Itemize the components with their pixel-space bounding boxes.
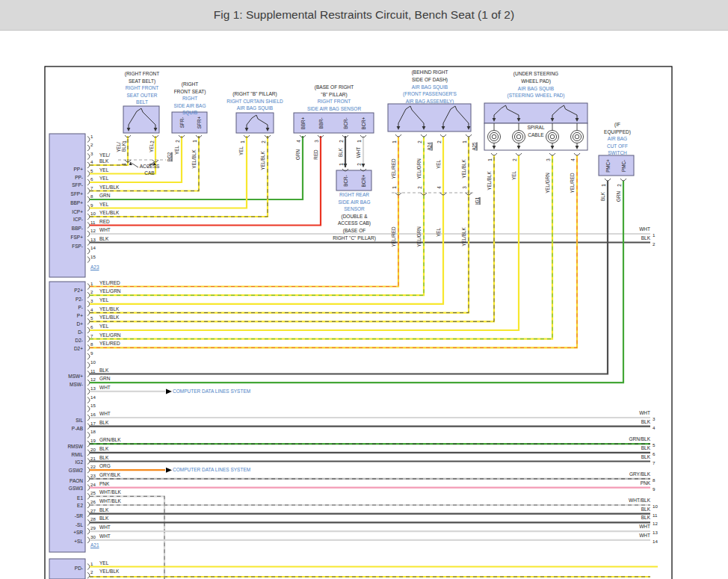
terminal-label: FSP- [49,244,83,250]
terminal-label: MSW+ [49,374,83,380]
connector-link[interactable]: A23 [90,264,99,270]
terminal-label: MSW- [49,382,83,388]
vertical-label: 3 [314,140,319,143]
right-side-air-bag-squib-caption: (RIGHT [182,81,198,87]
pin-cavity [87,162,90,168]
pin-cavity [87,467,90,473]
pin-cavity [87,511,90,517]
arrow-down-icon [344,164,348,167]
pin-number: 25 [90,490,96,496]
connector-link[interactable]: A25 [472,142,477,150]
steering-air-bag-squib [484,103,587,123]
pin-cavity [466,134,472,137]
wire-color-label: BLK [590,507,650,513]
right-curtain-shield-air-bag-squib-caption: (RIGHT "B" PILLAR) [232,91,277,97]
terminal-label: SFP+ [49,191,83,197]
terminal-label: -SL [49,522,83,528]
passenger-air-bag-squib-caption: AIR BAG ASSEMBLY) [406,99,454,105]
connector-link[interactable]: A21 [90,542,99,548]
pin-cavity [87,188,90,194]
vertical-label: 1 [601,184,606,187]
terminal-label: E1 [49,495,83,501]
pin-cavity [87,344,90,350]
pin-cavity [549,153,555,155]
wire-color-label: YEL/GRN [99,288,121,294]
steering-air-bag-squib-caption: (STEERING WHEEL PAD) [508,93,565,99]
vertical-label: YEL/BLK [461,227,466,247]
wire-color-label: YEL/BLK [99,569,119,575]
wire-color-label: WHT [99,524,111,530]
pin-cavity [87,371,90,377]
vertical-label: 2 [149,163,154,166]
wire-color-label: PNK [99,481,109,487]
pin-number: 2 [90,289,93,295]
vertical-label: YEL/BLK [260,151,265,170]
pin-number: 6 [90,176,93,182]
pin-number: 22 [90,464,96,470]
vertical-label: 1 [192,140,197,143]
pin-cavity [421,134,427,137]
terminal-label: P+ [49,313,83,319]
terminal-label: RMSW [49,444,83,450]
pin-number: 5 [653,442,655,448]
right-front-seat-outer-belt-caption: RIGHT FRONT [126,85,158,91]
terminal-label: P2+ [49,288,83,294]
pin-cavity [87,564,90,570]
wire-color-label: YEL/BLK [99,210,119,216]
connector-link[interactable]: A24 [427,142,432,150]
wire-color-label: BLK [99,507,108,513]
wire-color-label: GRN/BLK [99,437,121,443]
pin-cavity [87,248,90,254]
pin-cavity [87,380,90,386]
connector-link[interactable]: IG1 [475,197,480,205]
air-bag-cut-off-switch [599,155,634,176]
pin-cavity [574,153,580,155]
vertical-label: 1 [462,140,467,143]
wire-color-label: BLK [590,235,650,241]
wire-yel_blk [90,155,494,321]
pin-cavity [87,424,90,430]
terminal-label: P- [49,305,83,311]
terminal-label: P-AB [49,426,83,432]
pin-number: 14 [90,394,96,400]
vertical-label: 3 [462,186,467,189]
passenger-air-bag-squib-caption: (BEHIND RIGHT [412,69,448,75]
terminal-label: BCR+ [361,117,366,129]
data-lines-arrow-icon [166,388,172,394]
vertical-label: YEL/RED [391,227,396,247]
pin-cavity [87,441,90,447]
vertical-label: 1 [121,163,126,166]
pin-cavity [87,450,90,456]
vertical-label: BLK [600,192,605,201]
pin-number: 10 [90,359,96,365]
right-side-air-bag-squib-caption: SQUIB [182,110,197,116]
wire-color-label: YEL/BLK [99,185,119,191]
wiring-diagram-page: Fig 1: Supplemental Restraints Circuit, … [0,0,728,579]
terminal-label: E2 [49,503,83,509]
vertical-label: 2 [417,140,422,143]
pin-number: 19 [90,438,96,444]
pin-number: 11 [653,513,657,518]
pin-number: 7 [90,185,93,191]
vertical-label: 1 [487,158,493,161]
pin-number: 26 [90,499,96,505]
right-rear-side-air-bag-sensor-caption: (DOUBLE & [341,214,367,220]
connector-link[interactable]: BG2 [167,152,172,162]
pin-number: 2 [653,241,655,247]
pin-number: 5 [90,315,93,321]
vertical-label: YEL/ [116,142,121,152]
wire-color-label: WHT [99,227,111,233]
terminal-label: RMIL [49,452,83,458]
right-front-seat-outer-belt-caption: BELT [136,99,148,105]
pin-number: 2 [90,142,93,148]
right-rear-side-air-bag-sensor-caption: RIGHT "C" PILLAR) [333,235,376,241]
pin-cavity [620,179,626,181]
vertical-label: YEL/BLK [487,171,492,191]
air-bag-cut-off-switch-caption: (IF [614,122,620,128]
pin-cavity [87,137,90,143]
pin-number: 1 [653,232,655,238]
wire-color-label: BLK [590,454,650,460]
vertical-label: YEL/GRN [416,158,422,179]
terminal-label: SFR+ [197,117,202,129]
terminal-label: BBP- [49,226,83,232]
